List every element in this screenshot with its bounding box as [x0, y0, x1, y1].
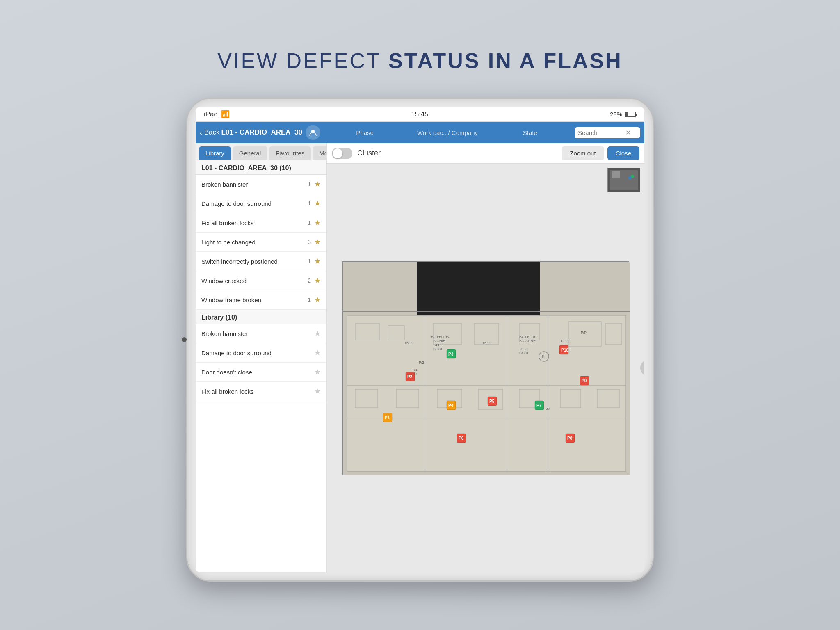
svg-rect-4 [347, 315, 626, 471]
page-wrapper: VIEW DEFECT STATUS IN A FLASH iPad 📶 15:… [0, 0, 840, 630]
phase-label[interactable]: Phase [324, 129, 406, 136]
area-label: L01 - CARDIO_AREA_30 [221, 128, 302, 137]
svg-text:B.CADRE: B.CADRE [519, 339, 536, 343]
right-scroll-indicator[interactable]: › [640, 360, 644, 376]
list-item[interactable]: Fix all broken locks 1 ★ [196, 213, 326, 233]
headline-suffix: STATUS IN A FLASH [388, 49, 623, 73]
search-input[interactable] [578, 129, 623, 136]
defect-count: 1 [308, 200, 311, 207]
sidebar: Library General Favourites Modify L01 - … [196, 143, 327, 572]
list-item[interactable]: Damage to door surround ★ [196, 343, 326, 363]
star-icon[interactable]: ★ [314, 257, 321, 266]
star-icon[interactable]: ★ [314, 199, 321, 208]
defect-name: Fix all broken locks [201, 219, 308, 226]
svg-text:BCT+1106: BCT+1106 [431, 335, 449, 339]
defect-name: Broken bannister [201, 330, 311, 337]
svg-text:P9: P9 [582, 379, 587, 383]
tab-library[interactable]: Library [199, 146, 231, 160]
tab-modify[interactable]: Modify [313, 146, 327, 160]
svg-text:S.CHIR: S.CHIR [433, 339, 446, 343]
defect-name: Window cracked [201, 277, 308, 284]
star-icon[interactable]: ★ [314, 348, 321, 357]
minimap-dot [628, 176, 632, 180]
defect-name: Switch incorrectly postioned [201, 258, 308, 265]
minimap [607, 168, 640, 192]
chevron-left-icon: ‹ [200, 128, 203, 137]
svg-text:P4: P4 [448, 403, 454, 408]
svg-text:P10: P10 [561, 348, 568, 352]
defect-count: 1 [308, 219, 311, 226]
status-time: 15:45 [411, 110, 429, 119]
svg-text:12.00: 12.00 [560, 339, 570, 343]
floor-plan: 15.00 BCT+1106 S.CHIR 14.00 BO31 15.00 B… [342, 261, 629, 475]
star-icon[interactable]: ★ [314, 295, 321, 304]
svg-text:28: 28 [546, 407, 550, 411]
list-item[interactable]: Door doesn't close ★ [196, 363, 326, 382]
defect-count: 3 [308, 239, 311, 245]
list-item[interactable]: Light to be changed 3 ★ [196, 233, 326, 252]
library-section-header: Library (10) [196, 310, 326, 324]
ipad-screen: iPad 📶 15:45 28% ‹ Back L01 - CARDIO_ARE… [196, 107, 644, 572]
svg-rect-65 [612, 171, 620, 178]
svg-text:15.00: 15.00 [519, 347, 529, 351]
headline-prefix: VIEW DEFECT [217, 49, 388, 73]
defect-name: Damage to door surround [201, 200, 308, 207]
nav-bar: ‹ Back L01 - CARDIO_AREA_30 Phase Work p… [196, 122, 644, 143]
search-box[interactable]: ✕ [575, 127, 640, 138]
wifi-icon: 📶 [221, 110, 230, 119]
svg-text:15.00: 15.00 [404, 341, 414, 345]
tab-favourites[interactable]: Favourites [269, 146, 311, 160]
state-label[interactable]: State [489, 129, 571, 136]
floor-plan-svg: 15.00 BCT+1106 S.CHIR 14.00 BO31 15.00 B… [343, 262, 630, 475]
svg-text:15.00: 15.00 [482, 341, 492, 345]
list-item[interactable]: Switch incorrectly postioned 1 ★ [196, 252, 326, 271]
svg-text:P3: P3 [448, 352, 454, 356]
defect-list: L01 - CARDIO_AREA_30 (10) Broken bannist… [196, 160, 326, 572]
list-item[interactable]: Broken bannister ★ [196, 324, 326, 343]
main-content: Library General Favourites Modify L01 - … [196, 143, 644, 572]
close-button[interactable]: Close [607, 146, 639, 160]
map-toolbar: Cluster Zoom out Close [327, 143, 644, 164]
status-bar: iPad 📶 15:45 28% [196, 107, 644, 122]
toggle-knob [333, 148, 342, 158]
nav-center: Phase Work pac.../ Company State [324, 129, 571, 136]
star-icon[interactable]: ★ [314, 276, 321, 285]
list-item[interactable]: Window frame broken 1 ★ [196, 290, 326, 310]
map-area: Cluster Zoom out Close [327, 143, 644, 572]
defect-name: Door doesn't close [201, 369, 311, 376]
map-toolbar-right: Zoom out Close [562, 146, 639, 160]
list-item[interactable]: Fix all broken locks ★ [196, 382, 326, 401]
battery-icon [625, 112, 636, 117]
defect-name: Light to be changed [201, 239, 308, 246]
svg-text:PiP: PiP [581, 331, 587, 335]
svg-text:BO31: BO31 [433, 347, 443, 351]
map-container[interactable]: 15.00 BCT+1106 S.CHIR 14.00 BO31 15.00 B… [327, 164, 644, 572]
svg-text:Pi2: Pi2 [419, 361, 424, 365]
list-item[interactable]: Damage to door surround 1 ★ [196, 194, 326, 213]
zoom-out-button[interactable]: Zoom out [562, 146, 604, 160]
nav-avatar[interactable] [306, 125, 320, 140]
defect-count: 1 [308, 258, 311, 265]
list-item[interactable]: Window cracked 2 ★ [196, 271, 326, 290]
back-button[interactable]: ‹ Back L01 - CARDIO_AREA_30 [200, 128, 302, 137]
star-icon[interactable]: ★ [314, 329, 321, 338]
svg-text:BO31: BO31 [519, 351, 529, 355]
star-icon[interactable]: ★ [314, 180, 321, 189]
cluster-label: Cluster [357, 149, 381, 158]
star-icon[interactable]: ★ [314, 218, 321, 227]
star-icon[interactable]: ★ [314, 368, 321, 377]
list-item[interactable]: Broken bannister 1 ★ [196, 175, 326, 194]
svg-text:BCT+1101: BCT+1101 [519, 335, 537, 339]
star-icon[interactable]: ★ [314, 387, 321, 396]
work-pac-label[interactable]: Work pac.../ Company [406, 129, 488, 136]
defect-count: 1 [308, 297, 311, 303]
clear-search-icon[interactable]: ✕ [625, 129, 631, 137]
ipad-frame: iPad 📶 15:45 28% ‹ Back L01 - CARDIO_ARE… [186, 98, 654, 582]
tab-bar: Library General Favourites Modify [196, 143, 326, 160]
cluster-toggle[interactable] [332, 148, 352, 159]
defect-name: Fix all broken locks [201, 388, 311, 395]
battery-percent: 28% [610, 111, 622, 118]
svg-text:P5: P5 [489, 399, 495, 404]
star-icon[interactable]: ★ [314, 237, 321, 247]
tab-general[interactable]: General [233, 146, 267, 160]
